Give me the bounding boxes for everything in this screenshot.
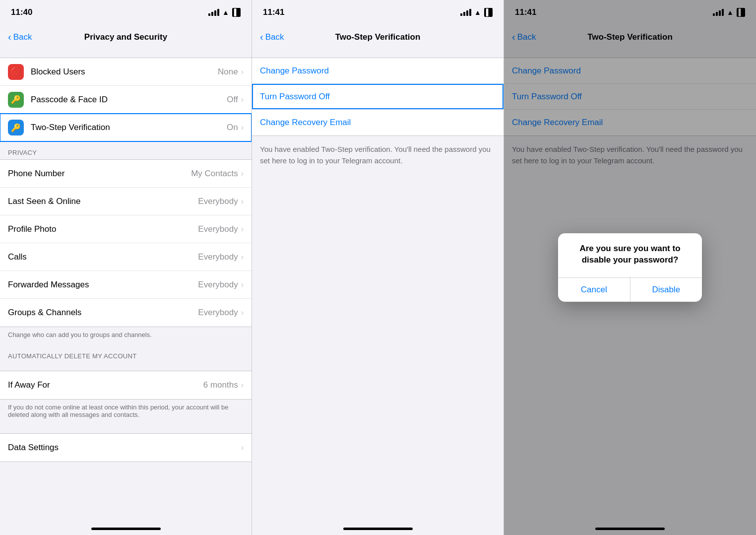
panel-two-step-mid: 11:41 ▲ ▌ ‹ Back Two-Step Verification C… <box>252 0 504 535</box>
nav-bar-2: ‹ Back Two-Step Verification <box>252 25 504 50</box>
auto-delete-list: If Away For 6 months › <box>0 371 252 400</box>
back-chevron-2: ‹ <box>260 31 263 43</box>
dialog-title: Are you sure you want to disable your pa… <box>566 243 694 265</box>
two-step-row[interactable]: 🔑 Two-Step Verification On › <box>0 114 252 141</box>
blocked-users-chevron: › <box>241 67 244 76</box>
change-recovery-email-row-mid[interactable]: Change Recovery Email <box>252 110 504 135</box>
privacy-list: Phone Number My Contacts › Last Seen & O… <box>0 159 252 327</box>
last-seen-row[interactable]: Last Seen & Online Everybody › <box>0 188 252 215</box>
calls-label: Calls <box>8 252 198 262</box>
last-seen-label: Last Seen & Online <box>8 197 198 206</box>
battery-icon-1: ▌ <box>232 8 241 17</box>
data-settings-label: Data Settings <box>8 443 241 453</box>
dialog-content: Are you sure you want to disable your pa… <box>558 233 702 277</box>
data-settings-section: Data Settings › <box>0 433 252 462</box>
panel-privacy-security: 11:40 ▲ ▌ ‹ Back Privacy and Security 🚫 … <box>0 0 252 535</box>
status-bar-1: 11:40 ▲ ▌ <box>0 0 252 25</box>
phone-number-value: My Contacts <box>191 169 238 179</box>
confirm-dialog: Are you sure you want to disable your pa… <box>558 233 702 301</box>
groups-label: Groups & Channels <box>8 308 198 318</box>
two-step-value: On <box>227 123 238 133</box>
if-away-value: 6 months <box>203 380 238 390</box>
wifi-icon-2: ▲ <box>474 8 481 16</box>
turn-password-off-label-mid: Turn Password Off <box>260 92 330 102</box>
turn-password-off-row-mid[interactable]: Turn Password Off <box>252 84 504 110</box>
home-indicator-2 <box>343 528 413 530</box>
passcode-value: Off <box>227 95 238 105</box>
change-password-row-mid[interactable]: Change Password <box>252 58 504 84</box>
blocked-users-row[interactable]: 🚫 Blocked Users None › <box>0 58 252 86</box>
page-title-1: Privacy and Security <box>84 32 167 42</box>
phone-number-label: Phone Number <box>8 169 191 179</box>
forwarded-label: Forwarded Messages <box>8 280 198 290</box>
blocked-users-icon: 🚫 <box>8 64 24 80</box>
back-label-1: Back <box>13 32 32 42</box>
change-recovery-email-label-mid: Change Recovery Email <box>260 118 351 128</box>
profile-photo-label: Profile Photo <box>8 224 198 234</box>
signal-icon-1 <box>208 9 219 16</box>
two-step-icon: 🔑 <box>8 120 24 135</box>
profile-photo-value: Everybody <box>198 224 238 234</box>
status-time-2: 11:41 <box>263 7 284 17</box>
passcode-label: Passcode & Face ID <box>31 95 227 105</box>
panel-two-step-right: 11:41 ▲ ▌ ‹ Back Two-Step Verification <box>504 0 756 535</box>
top-settings-list: 🚫 Blocked Users None › 🔑 Passcode & Face… <box>0 58 252 142</box>
blocked-users-label: Blocked Users <box>31 67 218 77</box>
privacy-section-header: PRIVACY <box>0 142 252 159</box>
auto-delete-header: AUTOMATICALLY DELETE MY ACCOUNT <box>0 345 252 363</box>
data-settings-row[interactable]: Data Settings › <box>0 434 252 462</box>
blocked-users-value: None <box>218 67 238 77</box>
status-icons-1: ▲ ▌ <box>208 8 241 17</box>
groups-footer: Change who can add you to groups and cha… <box>0 327 252 345</box>
battery-icon-2: ▌ <box>484 8 493 17</box>
back-label-2: Back <box>265 32 284 42</box>
passcode-chevron: › <box>241 95 244 104</box>
status-icons-2: ▲ ▌ <box>460 8 493 17</box>
home-indicator-1 <box>91 528 161 530</box>
calls-row[interactable]: Calls Everybody › <box>0 243 252 271</box>
back-button-2[interactable]: ‹ Back <box>260 32 284 43</box>
nav-bar-1: ‹ Back Privacy and Security <box>0 25 252 50</box>
change-password-label-mid: Change Password <box>260 66 329 76</box>
two-step-chevron: › <box>241 123 244 132</box>
phone-number-row[interactable]: Phone Number My Contacts › <box>0 160 252 188</box>
two-step-list-mid: Change Password Turn Password Off Change… <box>252 58 504 136</box>
auto-footer: If you do not come online at least once … <box>0 400 252 425</box>
if-away-label: If Away For <box>8 380 203 390</box>
status-time-1: 11:40 <box>11 7 32 17</box>
passcode-icon: 🔑 <box>8 92 24 108</box>
modal-overlay: Are you sure you want to disable your pa… <box>504 0 756 535</box>
calls-value: Everybody <box>198 252 238 262</box>
two-step-label: Two-Step Verification <box>31 123 227 133</box>
last-seen-value: Everybody <box>198 197 238 206</box>
wifi-icon-1: ▲ <box>222 8 229 16</box>
if-away-row[interactable]: If Away For 6 months › <box>0 371 252 399</box>
cancel-button[interactable]: Cancel <box>558 278 630 302</box>
back-button-1[interactable]: ‹ Back <box>8 32 32 43</box>
page-title-2: Two-Step Verification <box>335 32 421 42</box>
forwarded-value: Everybody <box>198 280 238 290</box>
two-step-description-mid: You have enabled Two-Step verification. … <box>252 136 504 166</box>
dialog-buttons: Cancel Disable <box>558 277 702 302</box>
signal-icon-2 <box>460 9 471 16</box>
profile-photo-row[interactable]: Profile Photo Everybody › <box>0 215 252 243</box>
disable-button[interactable]: Disable <box>630 278 702 302</box>
back-chevron-1: ‹ <box>8 31 11 43</box>
groups-value: Everybody <box>198 308 238 318</box>
forwarded-row[interactable]: Forwarded Messages Everybody › <box>0 271 252 299</box>
groups-row[interactable]: Groups & Channels Everybody › <box>0 299 252 327</box>
status-bar-2: 11:41 ▲ ▌ <box>252 0 504 25</box>
two-step-desc-text-mid: You have enabled Two-Step verification. … <box>260 145 491 165</box>
passcode-row[interactable]: 🔑 Passcode & Face ID Off › <box>0 86 252 114</box>
